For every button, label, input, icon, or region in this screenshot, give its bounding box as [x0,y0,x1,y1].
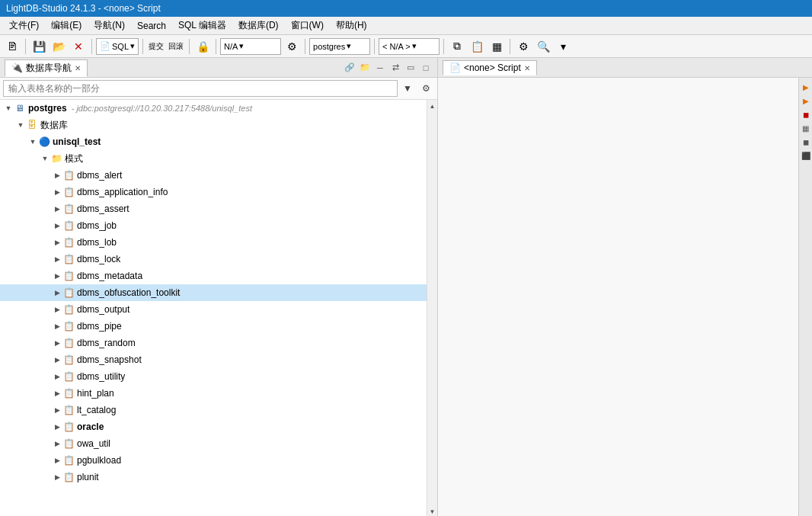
tree-schema-item[interactable]: ▶ 📋 dbms_pipe [0,318,427,335]
toolbar-btn-1[interactable]: 🖹 [3,37,21,56]
tree-schema-item[interactable]: ▶ 📋 plunit [0,469,427,486]
tree-schema-folder[interactable]: ▼ 📁 模式 [0,150,427,167]
postgres-combo[interactable]: postgres ▾ [309,38,370,55]
tree-content[interactable]: ▼ 🖥 postgres - jdbc:postgresql://10.20.3… [0,100,427,516]
tree-schema-item[interactable]: ▶ 📋 dbms_alert [0,167,427,184]
menu-file[interactable]: 文件(F) [3,18,45,34]
schema-item-expander[interactable]: ▶ [52,204,62,214]
schema-item-expander[interactable]: ▶ [52,438,62,449]
tree-schema-item[interactable]: ▶ 📋 dbms_lock [0,251,427,268]
tree-scroll-area: ▼ 🖥 postgres - jdbc:postgresql://10.20.3… [0,100,437,516]
database-expander[interactable]: ▼ [15,120,26,130]
schema-item-expander[interactable]: ▶ [52,421,62,432]
schema-item-expander[interactable]: ▶ [52,354,62,365]
schema-item-expander[interactable]: ▶ [52,187,62,197]
script-editor[interactable] [438,78,798,516]
block-btn[interactable]: ⬛ [800,149,812,162]
schema-expander[interactable]: ▼ [40,153,50,164]
filter-btn[interactable]: ▼ [399,80,416,97]
tree-scroll-down[interactable]: ▼ [428,507,437,516]
toolbar-search-arrow[interactable]: ▾ [554,37,572,56]
schema-item-label: dbms_snapshot [77,354,142,365]
toolbar-more[interactable]: ▦ [488,37,506,56]
tree-schema-item[interactable]: ▶ 📋 dbms_utility [0,368,427,385]
toolbar-btn-open[interactable]: 📂 [50,37,68,56]
toolbar-btn-settings[interactable]: ⚙ [283,37,301,56]
tool-link[interactable]: 🔗 [343,61,356,75]
toolbar-settings2[interactable]: ⚙ [514,37,532,56]
tree-schema-item[interactable]: ▶ 📋 dbms_snapshot [0,351,427,368]
schema-item-expander[interactable]: ▶ [52,388,62,399]
schema-combo[interactable]: < N/A > ▾ [379,38,440,55]
tree-schema-item[interactable]: ▶ 📋 dbms_lob [0,234,427,251]
stop2-btn[interactable]: ◼ [800,136,812,148]
tool-minimize[interactable]: ▭ [404,61,417,75]
tree-schema-item[interactable]: ▶ 📋 hint_plan [0,385,427,402]
tree-database-folder[interactable]: ▼ 🗄 数据库 [0,117,427,133]
tree-root-postgres[interactable]: ▼ 🖥 postgres - jdbc:postgresql://10.20.3… [0,100,427,117]
db-nav-close[interactable]: ✕ [75,64,81,72]
tree-schema-item[interactable]: ▶ 📋 owa_util [0,435,427,452]
postgres-expander[interactable]: ▼ [3,103,14,114]
menu-search[interactable]: Search [131,19,172,33]
schema-item-expander[interactable]: ▶ [52,455,62,466]
schema-item-expander[interactable]: ▶ [52,170,62,181]
stop-btn[interactable]: ◼ [800,108,812,120]
tree-schema-item[interactable]: ▶ 📋 dbms_job [0,217,427,234]
tree-schema-item[interactable]: ▶ 📋 dbms_metadata [0,268,427,284]
tree-schema-item[interactable]: ▶ 📋 pgbulkload [0,452,427,469]
schema-item-expander[interactable]: ▶ [52,287,62,298]
toolbar-rollback[interactable]: 回滚 [167,37,185,56]
tree-schema-item[interactable]: ▶ 📋 dbms_obfuscation_toolkit [0,284,427,301]
run-btn[interactable]: ▶ [800,81,812,93]
tree-schema-item[interactable]: ▶ 📋 dbms_application_info [0,184,427,200]
schema-item-expander[interactable]: ▶ [52,405,62,415]
tool-maximize[interactable]: □ [419,61,433,75]
schema-item-expander[interactable]: ▶ [52,220,62,231]
menu-window[interactable]: 窗口(W) [285,18,330,34]
toolbar-btn-save[interactable]: 💾 [30,37,48,56]
schema-arrow: ▾ [412,41,417,51]
tree-schema-item[interactable]: ▶ 📋 dbms_assert [0,200,427,217]
grid-btn[interactable]: ▦ [800,122,812,134]
menu-database[interactable]: 数据库(D) [232,18,285,34]
schema-item-expander[interactable]: ▶ [52,321,62,332]
toolbar-paste[interactable]: 📋 [468,37,486,56]
db-nav-label: 数据库导航 [26,62,72,75]
tree-schema-item[interactable]: ▶ 📋 oracle [0,418,427,435]
schema-item-expander[interactable]: ▶ [52,371,62,382]
schema-item-expander[interactable]: ▶ [52,237,62,248]
tree-scroll-up[interactable]: ▲ [428,101,437,111]
toolbar-commit[interactable]: 提交 [147,37,165,56]
toolbar-btn-x[interactable]: ✕ [69,37,88,56]
sql-combo[interactable]: 📄 SQL ▾ [96,38,139,55]
search-input[interactable] [3,80,398,97]
tree-schema-item[interactable]: ▶ 📋 lt_catalog [0,402,427,418]
filter-settings-btn[interactable]: ⚙ [417,80,434,97]
schema-item-expander[interactable]: ▶ [52,271,62,281]
toolbar-copy[interactable]: ⧉ [448,37,466,56]
menu-help[interactable]: 帮助(H) [330,18,373,34]
run2-btn[interactable]: ▶ [800,95,812,107]
tool-minus[interactable]: ─ [373,61,387,75]
tool-arrows[interactable]: ⇄ [388,61,402,75]
unisql-expander[interactable]: ▼ [27,136,38,147]
panel-header-tools: 🔗 📁 ─ ⇄ ▭ □ [343,61,433,75]
menu-sql-editor[interactable]: SQL 编辑器 [172,18,232,34]
toolbar-search[interactable]: 🔍 [534,37,552,56]
schema-item-expander[interactable]: ▶ [52,304,62,315]
menu-nav[interactable]: 导航(N) [88,18,131,34]
script-close[interactable]: ✕ [524,64,530,72]
schema-item-expander[interactable]: ▶ [52,338,62,348]
tree-unisql-test[interactable]: ▼ 🔵 unisql_test [0,133,427,150]
tree-schema-item[interactable]: ▶ 📋 dbms_random [0,335,427,351]
schema-item-expander[interactable]: ▶ [52,254,62,264]
menu-edit[interactable]: 编辑(E) [45,18,88,34]
script-tab[interactable]: 📄 <none> Script ✕ [443,60,537,75]
db-nav-tab[interactable]: 🔌 数据库导航 ✕ [5,59,88,77]
na-combo[interactable]: N/A ▾ [220,38,281,55]
tool-folder-new[interactable]: 📁 [358,61,372,75]
schema-item-expander[interactable]: ▶ [52,472,62,482]
tree-schema-item[interactable]: ▶ 📋 dbms_output [0,301,427,318]
toolbar-lock[interactable]: 🔒 [193,37,212,56]
